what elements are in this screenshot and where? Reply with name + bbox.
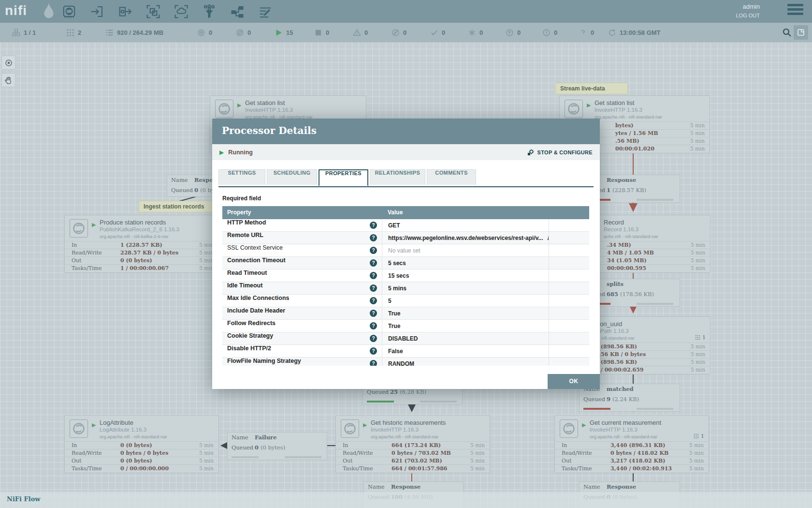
funnel-icon[interactable]	[202, 4, 217, 19]
tab-settings[interactable]: SETTINGS	[218, 169, 265, 185]
navigate-palette-button[interactable]	[1, 56, 15, 70]
stat-label: In	[72, 241, 77, 249]
stat-window: 5 min	[691, 241, 705, 249]
stat-label: Read/Write	[343, 449, 373, 457]
tab-relationships[interactable]: RELATIONSHIPS	[370, 169, 425, 185]
output-port-icon[interactable]	[118, 4, 132, 19]
processor[interactable]: ▶LogAttributeLogAttribute 1.16.3org.apac…	[64, 415, 219, 473]
property-row[interactable]: Remote URL?https://www.pegelonline.wsv.d…	[222, 232, 589, 244]
help-icon[interactable]: ?	[370, 297, 377, 304]
connection-label[interactable]: NameFailureQueued0(0 bytes)	[227, 432, 327, 460]
property-row[interactable]: SSL Context Service?No value set	[222, 244, 589, 257]
property-value: 5 secs	[388, 260, 406, 267]
stat-value: 0 (0 bytes)	[120, 457, 152, 464]
connection-name-key: Name	[171, 175, 188, 185]
breadcrumb[interactable]: NiFi Flow	[7, 495, 41, 503]
running-icon: ▶	[92, 422, 96, 428]
processor-status-row: ▶ Running STOP & CONFIGURE	[212, 144, 600, 160]
queued-count: 685(178.56 KB)	[607, 289, 654, 299]
property-row[interactable]: Idle Timeout?5 mins	[222, 282, 589, 295]
stat-stopped: 0	[314, 23, 329, 42]
canvas-label[interactable]: Stream live-data	[555, 83, 628, 94]
nifi-logo: nifi	[5, 3, 27, 18]
threads-icon	[694, 433, 699, 439]
property-row[interactable]: Include Date Header?True	[222, 307, 589, 320]
stat-value: 0 (0 bytes)	[120, 442, 152, 449]
help-icon[interactable]: ?	[370, 234, 377, 241]
processor-stat-row: In0 (0 bytes)5 min	[65, 441, 218, 449]
stat-label: Out	[562, 457, 572, 464]
thread-count: 1	[701, 433, 704, 439]
property-row[interactable]: Connection Timeout?5 secs	[222, 257, 589, 269]
help-icon[interactable]: ?	[370, 310, 377, 317]
processor-type: InvokeHTTP 1.16.3	[245, 107, 363, 113]
help-icon[interactable]: ?	[370, 284, 377, 292]
stat-value: .34 MB)	[607, 241, 631, 249]
property-value: GET	[388, 222, 400, 229]
property-name: Max Idle Connections	[227, 295, 290, 301]
property-row[interactable]: Read Timeout?15 secs	[222, 269, 589, 282]
template-icon[interactable]	[230, 4, 245, 19]
property-name: Disable HTTP/2	[227, 345, 271, 352]
processor-bundle: org.apache.nifi - nifi-standard-nar	[100, 434, 216, 439]
tab-properties[interactable]: PROPERTIES	[319, 169, 368, 186]
input-port-icon[interactable]	[90, 4, 104, 19]
property-value: 5	[388, 298, 392, 304]
property-row[interactable]: HTTP Method?GET	[222, 219, 589, 232]
processor[interactable]: ▶Get current measurementInvokeHTTP 1.16.…	[554, 415, 709, 473]
help-icon[interactable]: ?	[370, 335, 377, 342]
refresh-icon[interactable]	[608, 29, 616, 37]
stale-icon	[506, 29, 514, 37]
label-icon[interactable]	[258, 4, 273, 19]
remote-process-group-icon[interactable]	[174, 4, 188, 19]
stat-modified-stale: 0	[542, 23, 557, 42]
property-name: SSL Context Service	[227, 244, 283, 251]
processor[interactable]: ▶Get historic measurementsInvokeHTTP 1.1…	[335, 415, 490, 473]
property-row[interactable]: Disable HTTP/2?False	[222, 345, 589, 358]
processor-name: Produce station records	[100, 219, 216, 226]
help-icon[interactable]: ?	[370, 360, 377, 366]
tab-comments[interactable]: COMMENTS	[427, 169, 476, 185]
property-row[interactable]: Max Idle Connections?5	[222, 295, 589, 307]
processor-type: InvokeHTTP 1.16.3	[371, 427, 487, 433]
processor-stat-row: Tasks/Time1 / 00:00:00.0675 min	[65, 264, 218, 272]
pan-hand-button[interactable]	[1, 73, 15, 87]
property-name: Idle Timeout	[227, 282, 262, 289]
tab-scheduling[interactable]: SCHEDULING	[267, 169, 317, 185]
processor[interactable]: ▶Produce station recordsPublishKafkaReco…	[64, 215, 219, 273]
processor-stat-row: Out3,217 (418.02 KB)5 min	[555, 457, 709, 464]
stat-value: 3,440 / 00:02:40.913	[610, 465, 672, 472]
help-icon[interactable]: ?	[370, 272, 377, 279]
property-row[interactable]: Cookie Strategy?DISABLED	[222, 332, 589, 345]
running-icon: ▶	[92, 222, 96, 228]
processor-stat-row: Tasks/Time664 / 00:01:57.9865 min	[336, 464, 490, 472]
component-toolbar	[62, 4, 273, 19]
stop-and-configure-button[interactable]: STOP & CONFIGURE	[527, 149, 593, 156]
connection-name: splits	[607, 279, 624, 289]
processor-icon	[70, 219, 88, 238]
queued-count: 0(0 bytes)	[255, 443, 285, 453]
processor-icon[interactable]	[62, 4, 76, 19]
help-icon[interactable]: ?	[370, 222, 377, 229]
stat-label: In	[72, 442, 77, 449]
property-row[interactable]: FlowFile Naming Strategy?RANDOM	[222, 358, 589, 366]
property-row[interactable]: Follow Redirects?True	[222, 320, 589, 332]
help-icon[interactable]: ?	[370, 259, 377, 267]
help-icon[interactable]: ?	[370, 347, 377, 355]
processor-icon	[565, 100, 583, 118]
process-group-icon[interactable]	[146, 4, 160, 19]
last-refresh[interactable]: 13:00:58 GMT	[608, 23, 661, 42]
help-icon[interactable]: ?	[370, 247, 377, 254]
stat-transmitting: 0	[197, 23, 212, 42]
help-icon[interactable]: ?	[370, 322, 377, 329]
logout-link[interactable]: LOG OUT	[736, 13, 760, 18]
stat-window: 5 min	[199, 457, 214, 464]
global-menu-icon[interactable]	[787, 4, 803, 17]
settings-panel-icon[interactable]	[794, 25, 808, 40]
canvas-label[interactable]: Ingest station records	[139, 201, 214, 212]
search-icon[interactable]	[782, 28, 792, 37]
ok-button[interactable]: OK	[548, 374, 600, 389]
refresh-time: 13:00:58 GMT	[620, 29, 661, 36]
processor-stat-row: Out0 (0 bytes)5 min	[65, 256, 218, 264]
property-name: Read Timeout	[227, 269, 267, 276]
